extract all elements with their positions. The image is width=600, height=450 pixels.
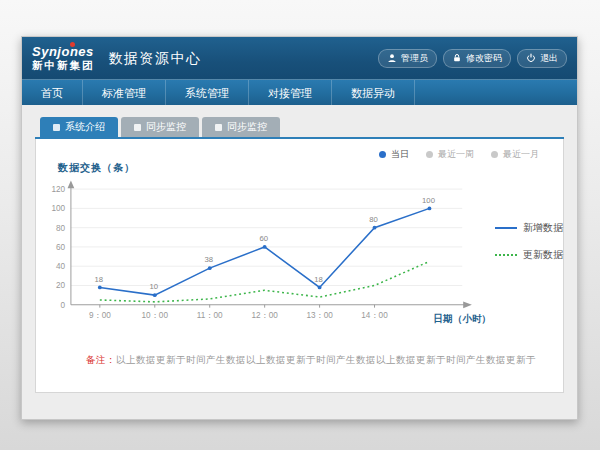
legend-filter-label: 最近一月 [503, 148, 539, 161]
svg-text:0: 0 [61, 301, 66, 310]
user-actions: 管理员修改密码退出 [378, 49, 567, 68]
logo-subtext: 新中新集团 [32, 60, 95, 72]
action-label: 退出 [540, 52, 558, 65]
svg-text:80: 80 [56, 224, 66, 233]
logo-brand: Synjones [32, 44, 94, 59]
series-legend-item-2: 更新数据 [495, 248, 563, 262]
svg-text:11：00: 11：00 [197, 311, 223, 320]
nav-item-2[interactable]: 标准管理 [83, 80, 166, 105]
line-chart: 0204060801001209：0010：0011：0012：0013：001… [42, 177, 495, 340]
svg-text:14：00: 14：00 [361, 311, 388, 320]
svg-text:60: 60 [259, 234, 268, 243]
content-area: 系统介绍同步监控同步监控 当日最近一周最近一月 数据交换（条） 02040608… [22, 105, 577, 419]
tab-icon [53, 124, 60, 131]
lock-icon [452, 53, 462, 63]
svg-text:日期（小时）: 日期（小时） [433, 313, 491, 325]
svg-text:38: 38 [204, 255, 213, 264]
legend-filter-3[interactable]: 最近一月 [491, 148, 539, 161]
footnote-text: 以上数据更新于时间产生数据以上数据更新于时间产生数据以上数据更新于时间产生数据更… [116, 354, 536, 365]
user-icon [387, 53, 397, 63]
logo: Synjones 新中新集团 [32, 45, 95, 72]
legend-filter-label: 当日 [391, 148, 409, 161]
svg-text:80: 80 [369, 215, 378, 224]
tab-1[interactable]: 系统介绍 [40, 117, 118, 137]
main-nav: 首页标准管理系统管理对接管理数据异动 [22, 79, 577, 105]
time-filter-legend: 当日最近一周最近一月 [379, 148, 539, 161]
svg-text:13：00: 13：00 [306, 311, 333, 320]
legend-dot-icon [426, 151, 433, 158]
logo-text: Synjones [32, 45, 95, 59]
admin-button[interactable]: 管理员 [378, 49, 437, 68]
y-axis-title: 数据交换（条） [58, 161, 563, 175]
logout-button[interactable]: 退出 [517, 49, 567, 68]
svg-text:18: 18 [95, 275, 104, 284]
change-password-button[interactable]: 修改密码 [443, 49, 511, 68]
svg-text:9：00: 9：00 [89, 311, 111, 320]
svg-text:20: 20 [56, 281, 66, 290]
svg-text:60: 60 [56, 243, 66, 252]
series-legend: 新增数据更新数据 [495, 221, 563, 340]
logo-accent-dot [70, 42, 75, 47]
nav-item-3[interactable]: 系统管理 [166, 80, 249, 105]
svg-text:10：00: 10：00 [142, 311, 169, 320]
svg-text:100: 100 [422, 196, 435, 205]
legend-filter-label: 最近一周 [438, 148, 474, 161]
legend-filter-1[interactable]: 当日 [379, 148, 409, 161]
app-header: Synjones 新中新集团 数据资源中心 管理员修改密码退出 [22, 37, 577, 79]
tab-2[interactable]: 同步监控 [121, 117, 199, 137]
series-name: 新增数据 [523, 221, 563, 235]
footnote-label: 备注： [86, 354, 116, 365]
tab-icon [134, 124, 141, 131]
svg-text:12：00: 12：00 [251, 311, 278, 320]
action-label: 管理员 [401, 52, 428, 65]
legend-filter-2[interactable]: 最近一周 [426, 148, 474, 161]
legend-dot-icon [379, 151, 386, 158]
series-name: 更新数据 [523, 248, 563, 262]
action-label: 修改密码 [466, 52, 502, 65]
tab-icon [215, 124, 222, 131]
tab-label: 同步监控 [227, 120, 267, 134]
series-legend-item-1: 新增数据 [495, 221, 563, 235]
line-sample-icon [495, 227, 517, 229]
nav-item-1[interactable]: 首页 [22, 80, 83, 105]
nav-item-5[interactable]: 数据异动 [332, 80, 415, 105]
tab-3[interactable]: 同步监控 [202, 117, 280, 137]
svg-text:10: 10 [150, 282, 159, 291]
app-window: Synjones 新中新集团 数据资源中心 管理员修改密码退出 首页标准管理系统… [21, 36, 578, 420]
svg-text:18: 18 [314, 275, 323, 284]
content-panel: 当日最近一周最近一月 数据交换（条） 0204060801001209：0010… [35, 139, 564, 393]
svg-text:120: 120 [51, 185, 65, 194]
tab-bar: 系统介绍同步监控同步监控 [35, 117, 564, 139]
footnote: 备注：以上数据更新于时间产生数据以上数据更新于时间产生数据以上数据更新于时间产生… [36, 354, 563, 367]
line-sample-icon [495, 254, 517, 256]
tab-label: 同步监控 [146, 120, 186, 134]
legend-dot-icon [491, 151, 498, 158]
chart-wrap: 0204060801001209：0010：0011：0012：0013：001… [36, 177, 563, 340]
nav-item-4[interactable]: 对接管理 [249, 80, 332, 105]
tab-label: 系统介绍 [65, 120, 105, 134]
svg-text:40: 40 [56, 262, 66, 271]
svg-text:100: 100 [51, 204, 65, 213]
page-title: 数据资源中心 [109, 50, 202, 68]
power-icon [526, 53, 536, 63]
